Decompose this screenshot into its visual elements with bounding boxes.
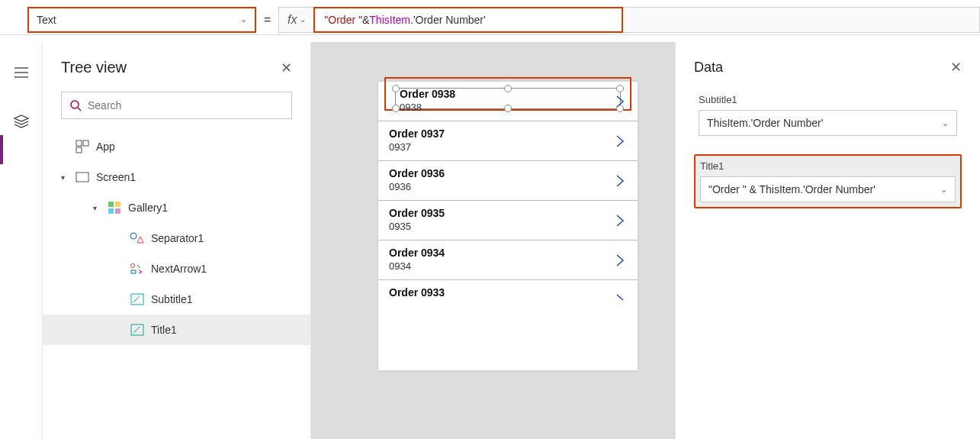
search-icon: [69, 99, 82, 111]
search-placeholder: Search: [88, 99, 121, 111]
svg-rect-8: [108, 208, 114, 214]
svg-rect-9: [115, 208, 120, 214]
gallery-item[interactable]: Order 0938 0938: [378, 82, 638, 121]
tree-item-label: Gallery1: [128, 202, 168, 214]
formula-input[interactable]: "Order " & ThisItem.'Order Number': [313, 7, 623, 33]
svg-point-10: [130, 233, 137, 239]
data-field-title: Title1 "Order " & ThisItem.'Order Number…: [694, 154, 962, 208]
tree-item-label: NextArrow1: [151, 263, 207, 275]
tree-item-nextarrow[interactable]: NextArrow1: [43, 253, 310, 284]
gallery-item-title: Order 0935: [389, 207, 627, 219]
tree-list: App ▾ Screen1 ▾ Gallery1 Separator1 Next…: [43, 131, 310, 345]
field-value-dropdown[interactable]: ThisItem.'Order Number' ⌄: [699, 110, 957, 136]
gallery-icon: [107, 200, 122, 215]
tree-item-separator[interactable]: Separator1: [43, 223, 310, 253]
formula-token-identifier: ThisItem: [369, 14, 410, 26]
chevron-right-icon[interactable]: [615, 94, 625, 109]
tree-item-label: Separator1: [151, 232, 204, 244]
svg-rect-6: [108, 202, 114, 207]
chevron-right-icon[interactable]: [615, 253, 625, 268]
formula-token-field: 'Order Number': [413, 14, 486, 26]
chevron-down-icon: ⌄: [300, 15, 306, 24]
data-panel: Data ✕ Subtitle1 ThisItem.'Order Number'…: [675, 42, 980, 439]
formula-bar: Text ⌄ = fx⌄ "Order " & ThisItem.'Order …: [0, 5, 980, 35]
svg-rect-5: [76, 173, 88, 182]
field-label: Title1: [700, 160, 956, 172]
field-value-text: ThisItem.'Order Number': [707, 117, 823, 129]
tree-item-app[interactable]: App: [43, 131, 310, 162]
tree-item-label: App: [96, 140, 115, 153]
fx-label: fx: [288, 13, 297, 27]
tree-view-panel: Tree view ✕ Search App ▾ Screen1 ▾ Galle…: [43, 42, 311, 439]
formula-token-string: "Order ": [324, 14, 362, 26]
formula-bar-tail: [623, 7, 980, 33]
label-icon: [130, 292, 145, 307]
gallery-item[interactable]: Order 0934 0934: [378, 240, 638, 280]
gallery-item[interactable]: Order 0936 0936: [378, 161, 638, 201]
canvas-area[interactable]: Order 0938 0938 Order 0937 0937 Order 09…: [311, 42, 675, 439]
chevron-right-icon[interactable]: [615, 173, 625, 189]
chevron-right-icon[interactable]: [615, 292, 625, 308]
label-icon: [130, 322, 145, 337]
svg-rect-13: [131, 324, 143, 335]
caret-icon: ▾: [93, 204, 101, 212]
field-label: Subtitle1: [699, 94, 957, 105]
gallery-item[interactable]: Order 0935 0935: [378, 201, 638, 240]
tree-view-title: Tree view: [61, 59, 127, 76]
tree-item-screen[interactable]: ▾ Screen1: [43, 162, 310, 192]
tree-view-button[interactable]: [6, 111, 37, 132]
svg-point-0: [71, 101, 79, 108]
field-value-text: "Order " & ThisItem.'Order Number': [708, 183, 876, 195]
search-input[interactable]: Search: [61, 92, 292, 119]
fx-button[interactable]: fx⌄: [278, 7, 313, 33]
data-panel-title: Data: [694, 60, 723, 76]
gallery-item-subtitle: 0937: [389, 141, 627, 153]
property-selector-label: Text: [37, 14, 56, 26]
gallery-item-subtitle: 0935: [389, 221, 627, 232]
gallery-item[interactable]: Order 0933: [378, 280, 638, 311]
layers-icon: [14, 115, 29, 128]
hamburger-icon: [14, 67, 28, 78]
svg-rect-4: [76, 147, 82, 153]
tree-item-label: Subtitle1: [151, 293, 192, 305]
gallery-item-title: Order 0933: [389, 286, 627, 299]
field-value-dropdown[interactable]: "Order " & ThisItem.'Order Number' ⌄: [700, 176, 956, 202]
svg-rect-12: [131, 294, 143, 305]
left-rail: [0, 42, 43, 439]
gallery-item-title: Order 0934: [389, 247, 627, 259]
caret-icon: ▾: [61, 173, 69, 182]
gallery-item-subtitle: 0934: [389, 260, 627, 272]
data-field-subtitle: Subtitle1 ThisItem.'Order Number' ⌄: [694, 89, 962, 140]
svg-rect-2: [76, 140, 82, 146]
chevron-down-icon: ⌄: [940, 185, 947, 195]
formula-token-operator: &: [362, 14, 369, 26]
screen-icon: [75, 169, 90, 185]
nextarrow-icon: [130, 261, 145, 276]
chevron-right-icon[interactable]: [615, 213, 625, 228]
chevron-down-icon: ⌄: [240, 15, 247, 24]
property-selector[interactable]: Text ⌄: [27, 7, 256, 33]
gallery-item-title: Order 0938: [389, 88, 627, 100]
tree-item-label: Screen1: [96, 171, 136, 183]
tree-item-label: Title1: [151, 324, 177, 336]
tree-item-gallery[interactable]: ▾ Gallery1: [43, 192, 310, 223]
separator-icon: [130, 231, 145, 246]
data-close-button[interactable]: ✕: [950, 59, 962, 76]
rail-selection-indicator: [0, 135, 3, 164]
svg-rect-3: [83, 140, 88, 146]
tree-item-subtitle[interactable]: Subtitle1: [43, 284, 310, 315]
tree-close-button[interactable]: ✕: [281, 60, 292, 76]
hamburger-button[interactable]: [6, 62, 37, 83]
tree-item-title[interactable]: Title1: [43, 315, 310, 345]
svg-rect-7: [115, 202, 120, 207]
equals-sign: =: [264, 13, 271, 27]
gallery-item-title: Order 0936: [389, 167, 627, 179]
gallery-item-title: Order 0937: [389, 128, 627, 140]
gallery-item-subtitle: 0938: [389, 102, 627, 113]
app-icon: [75, 139, 90, 154]
gallery-item-subtitle: 0936: [389, 181, 627, 192]
chevron-down-icon: ⌄: [942, 118, 949, 128]
chevron-right-icon[interactable]: [615, 134, 625, 149]
gallery-item[interactable]: Order 0937 0937: [378, 121, 638, 161]
phone-screen[interactable]: Order 0938 0938 Order 0937 0937 Order 09…: [378, 82, 638, 370]
